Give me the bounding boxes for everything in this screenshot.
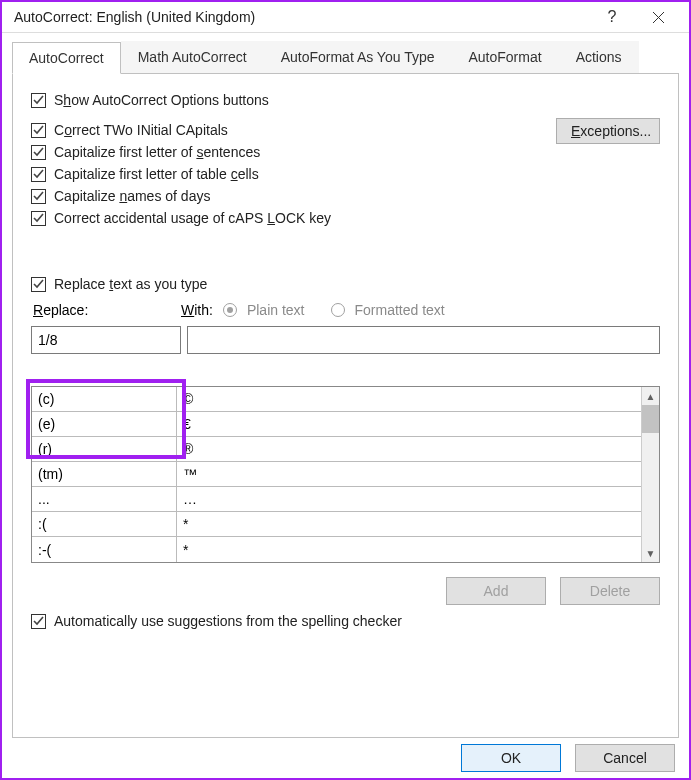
titlebar: AutoCorrect: English (United Kingdom) ?	[2, 2, 689, 33]
radio-group-format: Plain text Formatted text	[223, 302, 445, 318]
dialog-title: AutoCorrect: English (United Kingdom)	[14, 9, 589, 25]
tab-autoformat-as-you-type[interactable]: AutoFormat As You Type	[264, 41, 452, 73]
radio-plain-text[interactable]	[223, 303, 237, 317]
label-caps-lock: Correct accidental usage of cAPS LOCK ke…	[54, 210, 331, 226]
with-input[interactable]	[187, 326, 660, 354]
autocorrect-dialog: AutoCorrect: English (United Kingdom) ? …	[2, 2, 689, 778]
delete-button[interactable]: Delete	[560, 577, 660, 605]
tab-autocorrect[interactable]: AutoCorrect	[12, 42, 121, 74]
list-item: (r)®	[32, 437, 641, 462]
label-show-options: Show AutoCorrect Options buttons	[54, 92, 269, 108]
scroll-thumb[interactable]	[642, 405, 659, 433]
list-item: :-(*	[32, 537, 641, 562]
exceptions-button[interactable]: Exceptions...	[556, 118, 660, 144]
checkbox-show-options[interactable]	[31, 93, 46, 108]
add-button[interactable]: Add	[446, 577, 546, 605]
checkbox-caps-lock[interactable]	[31, 211, 46, 226]
tab-actions[interactable]: Actions	[559, 41, 639, 73]
close-button[interactable]	[635, 2, 681, 32]
radio-formatted-text[interactable]	[331, 303, 345, 317]
label-formatted-text: Formatted text	[355, 302, 445, 318]
list-item: (c)©	[32, 387, 641, 412]
list-item: (tm)™	[32, 462, 641, 487]
label-plain-text: Plain text	[247, 302, 305, 318]
tab-autoformat[interactable]: AutoFormat	[451, 41, 558, 73]
checkbox-first-sentence[interactable]	[31, 145, 46, 160]
list-item: :(*	[32, 512, 641, 537]
list-scrollbar[interactable]: ▲ ▼	[641, 387, 659, 562]
checkbox-names-days[interactable]	[31, 189, 46, 204]
scroll-up-arrow[interactable]: ▲	[642, 387, 659, 405]
dialog-footer: OK Cancel	[2, 738, 689, 778]
tab-math-autocorrect[interactable]: Math AutoCorrect	[121, 41, 264, 73]
label-replace: Replace:	[31, 302, 181, 318]
ok-button[interactable]: OK	[461, 744, 561, 772]
tab-panel: Show AutoCorrect Options buttons Correct…	[12, 74, 679, 738]
label-with: With:	[181, 302, 213, 318]
list-item: ...…	[32, 487, 641, 512]
scroll-down-arrow[interactable]: ▼	[642, 544, 659, 562]
cancel-button[interactable]: Cancel	[575, 744, 675, 772]
checkbox-two-initial-capitals[interactable]	[31, 123, 46, 138]
label-replace-as-you-type: Replace text as you type	[54, 276, 207, 292]
tab-strip: AutoCorrect Math AutoCorrect AutoFormat …	[12, 41, 679, 74]
list-item: (e)€	[32, 412, 641, 437]
help-button[interactable]: ?	[589, 2, 635, 32]
label-first-sentence: Capitalize first letter of sentences	[54, 144, 260, 160]
label-first-cell: Capitalize first letter of table cells	[54, 166, 259, 182]
label-two-initial-capitals: Correct TWo INitial CApitals	[54, 122, 228, 138]
checkbox-auto-suggestions[interactable]	[31, 614, 46, 629]
autocorrect-list[interactable]: (c)© (e)€ (r)® (tm)™ ...… :(* :-(* ▲ ▼	[31, 386, 660, 563]
checkbox-first-cell[interactable]	[31, 167, 46, 182]
replace-input[interactable]	[31, 326, 181, 354]
label-names-days: Capitalize names of days	[54, 188, 210, 204]
label-auto-suggestions: Automatically use suggestions from the s…	[54, 613, 402, 629]
checkbox-replace-as-you-type[interactable]	[31, 277, 46, 292]
